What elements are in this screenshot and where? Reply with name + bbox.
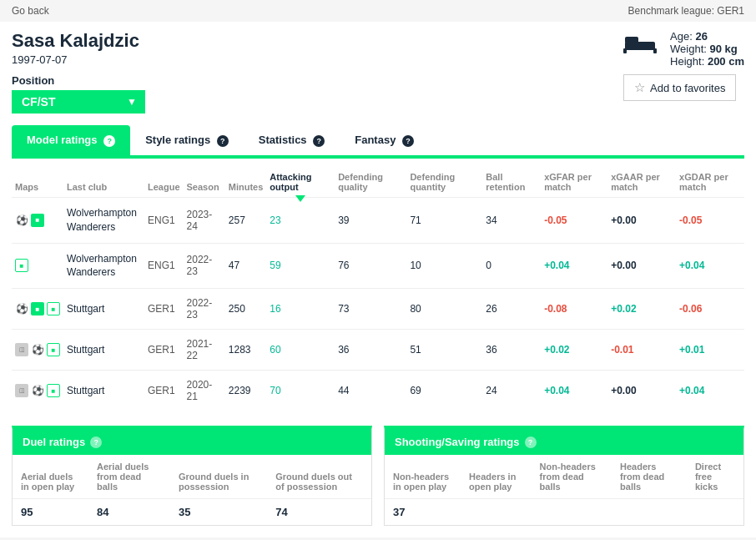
help-icon-fantasy: ? [402,135,414,147]
cell-xgaar: -0.01 [607,330,676,371]
table-row: ◫⚽■StuttgartGER12021-22128360365136+0.02… [12,330,744,371]
duel-ratings-section: Duel ratings ? Aerial duels in open play… [12,426,372,526]
cell-icons: ■ [12,243,63,289]
tab-model-ratings[interactable]: Model ratings ? [12,125,130,155]
cell-club: Stuttgart [63,289,144,330]
shooting-ratings-section: Shooting/Saving ratings ? Non-headers in… [384,426,744,526]
svg-rect-3 [653,48,657,53]
cell-season: 2022-23 [184,289,225,330]
duel-row: 95 84 35 74 [13,499,371,526]
back-link[interactable]: Go back [12,5,49,17]
football-icon: ⚽ [15,214,28,227]
cell-attackingOutput: 23 [266,198,335,244]
cell-season: 2021-22 [184,330,225,371]
col-xgfar: xGFAR per match [541,167,607,198]
grid-icon: ◫ [15,343,28,356]
cell-icons: ⚽■■ [12,289,63,330]
map-outline-icon: ■ [47,343,60,356]
svg-rect-2 [623,48,627,53]
cell-xgdar: -0.06 [676,289,744,330]
cell-xgfar: +0.04 [541,371,607,411]
cell-league: ENG1 [144,243,184,289]
football-icon: ⚽ [15,302,28,315]
cell-season: 2020-21 [184,371,225,411]
favorites-label: Add to favorites [650,82,725,94]
cell-club: Stuttgart [63,371,144,411]
cell-xgfar: -0.08 [541,289,607,330]
bottom-sections: Duel ratings ? Aerial duels in open play… [12,426,744,526]
player-weight: Weight: 90 kg [670,43,744,55]
duel-col-ground-in: Ground duels in possession [170,455,267,499]
duel-col-aerial-dead: Aerial duels from dead balls [88,455,170,499]
player-icon [623,30,657,59]
shoot-col-non-headers-open: Non-headers in open play [385,455,461,499]
table-row: ■Wolverhampton WanderersENG12022-2347597… [12,243,744,289]
duel-table: Aerial duels in open play Aerial duels f… [13,455,371,525]
help-icon-stats: ? [313,135,325,147]
cell-defendingQuantity: 71 [406,198,482,244]
green-divider [12,155,744,159]
cell-attackingOutput: 16 [266,289,335,330]
cell-xgfar: -0.05 [541,198,607,244]
table-row: ⚽■Wolverhampton WanderersENG12023-242572… [12,198,744,244]
col-defending-quality: Defending quality [335,167,406,198]
position-label: Position [12,74,145,87]
cell-club: Stuttgart [63,330,144,371]
cell-ballRetention: 36 [482,330,541,371]
col-ball-retention: Ball retention [482,167,541,198]
cell-club: Wolverhampton Wanderers [63,198,144,244]
col-season: Season [184,167,225,198]
col-defending-quantity: Defending quantity [406,167,482,198]
cell-xgfar: +0.04 [541,243,607,289]
col-xgaar: xGAAR per match [607,167,676,198]
help-icon-shooting: ? [525,437,537,448]
cell-league: GER1 [144,330,184,371]
player-meta: Age: 26 Weight: 90 kg Height: 200 cm ☆ A… [623,30,744,101]
shoot-col-headers-dead: Headers from dead balls [612,455,687,499]
tabs-bar: Model ratings ? Style ratings ? Statisti… [12,125,744,155]
shoot-col-direct-free: Direct free kicks [687,455,743,499]
position-selector[interactable]: CF/ST [12,90,145,114]
cell-minutes: 1283 [225,330,267,371]
cell-defendingQuality: 36 [335,330,406,371]
shoot-col-non-headers-dead: Non-headers from dead balls [532,455,612,499]
tab-style-ratings[interactable]: Style ratings ? [130,125,244,155]
cell-minutes: 47 [225,243,267,289]
cell-ballRetention: 0 [482,243,541,289]
cell-attackingOutput: 59 [266,243,335,289]
player-height: Height: 200 cm [670,55,744,68]
duel-ratings-title: Duel ratings ? [13,429,371,455]
col-maps: Maps [12,167,63,198]
star-icon: ☆ [634,80,645,95]
map-icon: ■ [31,214,44,227]
duel-aerial-dead-val: 84 [88,499,170,526]
cell-league: ENG1 [144,198,184,244]
cell-xgaar: +0.00 [607,198,676,244]
map-outline-icon: ■ [47,302,60,315]
map-outline-icon: ■ [47,384,60,397]
col-xgdar: xGDAR per match [676,167,744,198]
cell-xgdar: -0.05 [676,198,744,244]
cell-minutes: 2239 [225,371,267,411]
cell-xgdar: +0.04 [676,243,744,289]
cell-ballRetention: 26 [482,289,541,330]
duel-col-ground-out: Ground duels out of possession [267,455,371,499]
cell-attackingOutput: 70 [266,371,335,411]
tab-fantasy[interactable]: Fantasy ? [340,125,429,155]
map-outline-icon: ■ [15,259,28,272]
position-select[interactable]: CF/ST [12,90,145,114]
shooting-row: 37 [385,499,743,526]
player-dob: 1997-07-07 [12,53,145,66]
table-row: ⚽■■StuttgartGER12022-2325016738026-0.08+… [12,289,744,330]
cell-league: GER1 [144,371,184,411]
help-icon-model: ? [103,135,115,147]
tab-statistics[interactable]: Statistics ? [244,125,340,155]
table-row: ◫⚽■StuttgartGER12020-21223970446924+0.04… [12,371,744,411]
cell-defendingQuantity: 69 [406,371,482,411]
cell-ballRetention: 24 [482,371,541,411]
duel-col-aerial-open: Aerial duels in open play [13,455,88,499]
duel-ground-out-val: 74 [267,499,371,526]
add-favorites-button[interactable]: ☆ Add to favorites [623,74,736,101]
benchmark-label: Benchmark league: GER1 [628,5,744,17]
help-icon-style: ? [217,135,229,147]
